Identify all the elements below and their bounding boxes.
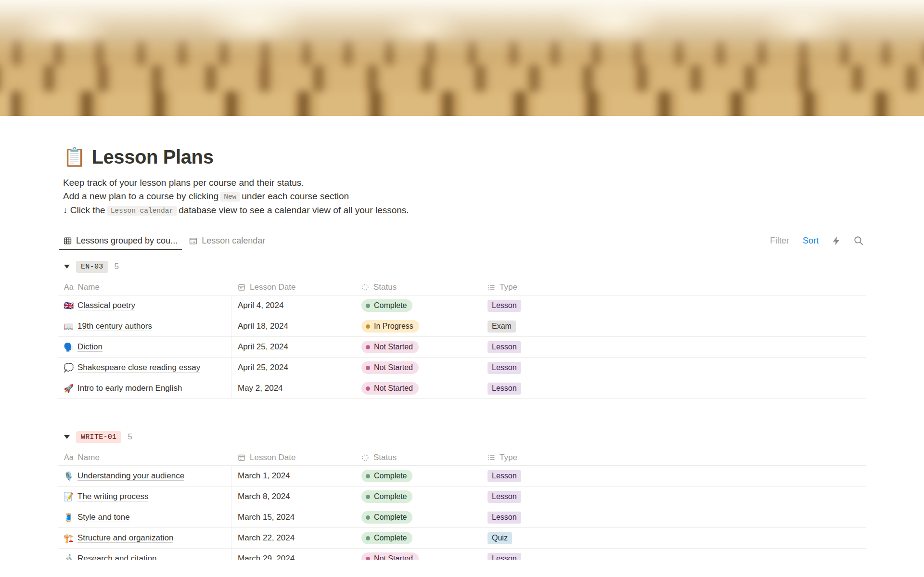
calendar-property-icon xyxy=(238,454,245,462)
lesson-page-link[interactable]: 19th century authors xyxy=(77,321,152,331)
lesson-type-cell[interactable]: Lesson xyxy=(481,549,866,560)
collapse-toggle-icon[interactable] xyxy=(64,265,70,269)
lesson-type-cell[interactable]: Lesson xyxy=(481,295,866,316)
group-name-chip[interactable]: EN-03 xyxy=(76,261,108,273)
lesson-name-cell[interactable]: 📖 19th century authors xyxy=(58,316,231,336)
lesson-status-cell[interactable]: Complete xyxy=(354,487,481,507)
lesson-status-cell[interactable]: Complete xyxy=(354,295,481,316)
lesson-date-cell[interactable]: March 8, 2024 xyxy=(231,487,354,507)
lesson-page-link[interactable]: Style and tone xyxy=(77,513,130,522)
lesson-page-icon: 🗣️ xyxy=(64,343,73,351)
table-row[interactable]: 📖 19th century authors April 18, 2024 In… xyxy=(58,316,866,337)
column-header-lesson-date[interactable]: Lesson Date xyxy=(231,282,354,292)
page-icon[interactable]: 📋 xyxy=(63,148,86,166)
filter-button[interactable]: Filter xyxy=(770,236,789,246)
group-header: WRITE-01 5 xyxy=(58,430,866,444)
page-title[interactable]: Lesson Plans xyxy=(91,146,213,168)
lesson-date-cell[interactable]: May 2, 2024 xyxy=(231,378,354,398)
table-row[interactable]: 📝 The writing process March 8, 2024 Comp… xyxy=(58,487,866,507)
description-line-1[interactable]: Keep track of your lesson plans per cour… xyxy=(63,176,866,190)
lesson-page-link[interactable]: Shakespeare close reading essay xyxy=(77,363,200,372)
lesson-name-cell[interactable]: 🏗️ Structure and organization xyxy=(58,528,231,548)
group-row-count: 5 xyxy=(115,262,119,271)
lesson-page-link[interactable]: Intro to early modern English xyxy=(77,384,182,393)
lesson-name-cell[interactable]: 🧵 Style and tone xyxy=(58,507,231,527)
group-name-chip[interactable]: WRITE-01 xyxy=(76,431,121,443)
lesson-name-cell[interactable]: 📝 The writing process xyxy=(58,487,231,507)
lesson-date-cell[interactable]: April 18, 2024 xyxy=(231,316,354,336)
column-header-name[interactable]: Aa Name xyxy=(58,453,231,462)
new-code-chip: New xyxy=(220,192,240,202)
lesson-status-cell[interactable]: Complete xyxy=(354,528,481,548)
lesson-type-cell[interactable]: Lesson xyxy=(481,487,866,507)
lesson-page-icon: 🔬 xyxy=(64,555,73,560)
column-header-type[interactable]: Type xyxy=(481,282,866,292)
description-line-2[interactable]: Add a new plan to a course by clickingNe… xyxy=(63,190,866,204)
column-label: Name xyxy=(78,453,100,462)
lesson-page-link[interactable]: Classical poetry xyxy=(77,301,135,310)
lesson-type-cell[interactable]: Lesson xyxy=(481,337,866,357)
description-line-3[interactable]: ↓ Click theLesson calendardatabase view … xyxy=(63,204,866,218)
lesson-status-cell[interactable]: In Progress xyxy=(354,316,481,336)
type-badge: Lesson xyxy=(488,491,521,503)
lesson-name-cell[interactable]: 🎙️ Understanding your audience xyxy=(58,466,231,486)
table-row[interactable]: 💭 Shakespeare close reading essay April … xyxy=(58,358,866,378)
type-badge: Quiz xyxy=(488,532,512,544)
column-header-status[interactable]: Status xyxy=(354,282,481,292)
cover-image[interactable] xyxy=(0,0,924,116)
lesson-type-cell[interactable]: Lesson xyxy=(481,466,866,486)
lesson-page-link[interactable]: Research and citation xyxy=(77,554,156,560)
column-label: Status xyxy=(373,453,397,462)
table-row[interactable]: 🎙️ Understanding your audience March 1, … xyxy=(58,466,866,487)
lesson-name-cell[interactable]: 🗣️ Diction xyxy=(58,337,231,357)
column-header-lesson-date[interactable]: Lesson Date xyxy=(231,453,354,462)
type-badge: Lesson xyxy=(488,383,521,395)
status-dot-icon xyxy=(366,557,370,560)
lesson-page-link[interactable]: Understanding your audience xyxy=(77,471,184,481)
lesson-date-cell[interactable]: April 4, 2024 xyxy=(231,295,354,316)
lesson-name-cell[interactable]: 🚀 Intro to early modern English xyxy=(58,378,231,398)
lesson-page-icon: 🏗️ xyxy=(64,534,73,542)
status-label: Complete xyxy=(374,301,407,310)
tab-lessons-grouped-by-course[interactable]: Lessons grouped by cou... xyxy=(58,231,183,250)
lesson-name-cell[interactable]: 💭 Shakespeare close reading essay xyxy=(58,358,231,378)
lightning-bolt-icon[interactable] xyxy=(832,236,840,245)
table-row[interactable]: 🔬 Research and citation March 29, 2024 N… xyxy=(58,549,866,560)
lesson-date-cell[interactable]: March 29, 2024 xyxy=(231,549,354,560)
page-description[interactable]: Keep track of your lesson plans per cour… xyxy=(58,176,866,218)
lesson-status-cell[interactable]: Not Started xyxy=(354,358,481,378)
table-row[interactable]: 🚀 Intro to early modern English May 2, 2… xyxy=(58,378,866,399)
column-header-name[interactable]: Aa Name xyxy=(58,282,231,292)
lesson-type-cell[interactable]: Lesson xyxy=(481,358,866,378)
lesson-page-link[interactable]: Structure and organization xyxy=(77,533,173,543)
tab-lesson-calendar[interactable]: Lesson calendar xyxy=(183,231,271,250)
lesson-date-cell[interactable]: March 15, 2024 xyxy=(231,507,354,527)
lesson-page-link[interactable]: The writing process xyxy=(77,492,148,501)
lesson-status-cell[interactable]: Not Started xyxy=(354,337,481,357)
table-row[interactable]: 🧵 Style and tone March 15, 2024 Complete… xyxy=(58,507,866,528)
lesson-date-cell[interactable]: March 1, 2024 xyxy=(231,466,354,486)
lesson-date-cell[interactable]: April 25, 2024 xyxy=(231,337,354,357)
lesson-page-link[interactable]: Diction xyxy=(77,342,103,352)
table-row[interactable]: 🗣️ Diction April 25, 2024 Not Started Le… xyxy=(58,337,866,358)
lesson-name-cell[interactable]: 🇬🇧 Classical poetry xyxy=(58,295,231,316)
collapse-toggle-icon[interactable] xyxy=(64,435,70,439)
lesson-date-cell[interactable]: April 25, 2024 xyxy=(231,358,354,378)
table-row[interactable]: 🏗️ Structure and organization March 22, … xyxy=(58,528,866,549)
status-label: Not Started xyxy=(374,554,413,560)
lesson-status-cell[interactable]: Not Started xyxy=(354,549,481,560)
lesson-type-cell[interactable]: Exam xyxy=(481,316,866,336)
table-row[interactable]: 🇬🇧 Classical poetry April 4, 2024 Comple… xyxy=(58,295,866,316)
column-header-type[interactable]: Type xyxy=(481,453,866,462)
search-icon[interactable] xyxy=(854,236,863,245)
lesson-type-cell[interactable]: Lesson xyxy=(481,507,866,527)
lesson-date-cell[interactable]: March 22, 2024 xyxy=(231,528,354,548)
column-header-status[interactable]: Status xyxy=(354,453,481,462)
sort-button[interactable]: Sort xyxy=(803,236,819,246)
lesson-status-cell[interactable]: Not Started xyxy=(354,378,481,398)
lesson-name-cell[interactable]: 🔬 Research and citation xyxy=(58,549,231,560)
lesson-status-cell[interactable]: Complete xyxy=(354,466,481,486)
lesson-status-cell[interactable]: Complete xyxy=(354,507,481,527)
lesson-type-cell[interactable]: Lesson xyxy=(481,378,866,398)
lesson-type-cell[interactable]: Quiz xyxy=(481,528,866,548)
